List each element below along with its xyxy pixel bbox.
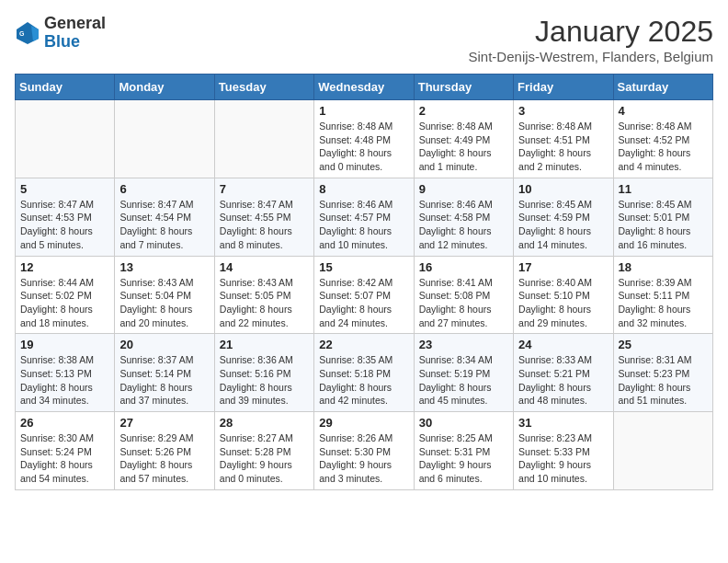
calendar-week-3: 12Sunrise: 8:44 AMSunset: 5:02 PMDayligh… [16,256,713,334]
day-number: 24 [518,338,608,351]
calendar-cell: 5Sunrise: 8:47 AMSunset: 4:53 PMDaylight… [16,178,115,256]
day-number: 1 [319,104,408,118]
day-number: 6 [119,182,209,196]
calendar-cell: 24Sunrise: 8:33 AMSunset: 5:21 PMDayligh… [514,334,613,412]
day-info: Sunrise: 8:43 AMSunset: 5:05 PMDaylight:… [220,276,309,330]
calendar-cell: 30Sunrise: 8:25 AMSunset: 5:31 PMDayligh… [414,412,513,490]
location-title: Sint-Denijs-Westrem, Flanders, Belgium [469,49,713,64]
day-info: Sunrise: 8:23 AMSunset: 5:33 PMDaylight:… [518,431,608,486]
day-number: 3 [518,104,608,118]
day-number: 28 [220,416,309,430]
calendar-cell: 4Sunrise: 8:48 AMSunset: 4:52 PMDaylight… [613,100,712,178]
day-number: 2 [419,104,508,118]
calendar-cell: 10Sunrise: 8:45 AMSunset: 4:59 PMDayligh… [514,178,613,256]
calendar-cell: 23Sunrise: 8:34 AMSunset: 5:19 PMDayligh… [414,334,513,412]
day-number: 13 [119,260,209,274]
calendar-cell: 14Sunrise: 8:43 AMSunset: 5:05 PMDayligh… [214,256,313,334]
calendar-cell: 8Sunrise: 8:46 AMSunset: 4:57 PMDaylight… [314,178,414,256]
logo-icon: G [15,20,40,46]
calendar-cell [16,100,115,178]
day-info: Sunrise: 8:31 AMSunset: 5:23 PMDaylight:… [619,353,708,408]
calendar-cell: 7Sunrise: 8:47 AMSunset: 4:55 PMDaylight… [214,178,313,256]
day-number: 19 [20,338,109,351]
day-info: Sunrise: 8:45 AMSunset: 5:01 PMDaylight:… [619,198,708,252]
day-info: Sunrise: 8:29 AMSunset: 5:26 PMDaylight:… [119,431,209,486]
calendar-week-2: 5Sunrise: 8:47 AMSunset: 4:53 PMDaylight… [16,178,713,256]
day-info: Sunrise: 8:43 AMSunset: 5:04 PMDaylight:… [119,276,209,330]
day-number: 20 [119,338,209,351]
calendar-cell: 25Sunrise: 8:31 AMSunset: 5:23 PMDayligh… [613,334,712,412]
title-block: January 2025 Sint-Denijs-Westrem, Flande… [469,15,713,64]
svg-text:G: G [19,30,25,37]
day-info: Sunrise: 8:47 AMSunset: 4:54 PMDaylight:… [119,198,209,252]
day-info: Sunrise: 8:48 AMSunset: 4:48 PMDaylight:… [319,120,408,174]
calendar-week-4: 19Sunrise: 8:38 AMSunset: 5:13 PMDayligh… [16,334,713,412]
logo-text: General Blue [44,15,106,52]
calendar-cell: 11Sunrise: 8:45 AMSunset: 5:01 PMDayligh… [613,178,712,256]
day-number: 7 [220,182,309,196]
day-info: Sunrise: 8:41 AMSunset: 5:08 PMDaylight:… [419,276,508,330]
calendar-cell: 31Sunrise: 8:23 AMSunset: 5:33 PMDayligh… [514,412,613,490]
weekday-header-friday: Friday [514,75,613,100]
weekday-header-sunday: Sunday [16,75,115,100]
day-number: 16 [419,260,508,274]
calendar-cell: 18Sunrise: 8:39 AMSunset: 5:11 PMDayligh… [613,256,712,334]
day-number: 26 [20,416,109,430]
day-info: Sunrise: 8:38 AMSunset: 5:13 PMDaylight:… [20,353,109,408]
day-info: Sunrise: 8:48 AMSunset: 4:51 PMDaylight:… [518,120,608,174]
calendar-cell: 21Sunrise: 8:36 AMSunset: 5:16 PMDayligh… [214,334,313,412]
calendar-cell: 9Sunrise: 8:46 AMSunset: 4:58 PMDaylight… [414,178,513,256]
day-info: Sunrise: 8:36 AMSunset: 5:16 PMDaylight:… [220,353,309,408]
day-number: 22 [319,338,408,351]
day-number: 12 [20,260,109,274]
day-info: Sunrise: 8:34 AMSunset: 5:19 PMDaylight:… [419,353,508,408]
day-info: Sunrise: 8:48 AMSunset: 4:52 PMDaylight:… [619,120,708,174]
calendar-cell: 28Sunrise: 8:27 AMSunset: 5:28 PMDayligh… [214,412,313,490]
calendar-week-1: 1Sunrise: 8:48 AMSunset: 4:48 PMDaylight… [16,100,713,178]
weekday-header-wednesday: Wednesday [314,75,414,100]
calendar-cell: 27Sunrise: 8:29 AMSunset: 5:26 PMDayligh… [115,412,214,490]
calendar-table: SundayMondayTuesdayWednesdayThursdayFrid… [15,74,713,490]
day-info: Sunrise: 8:45 AMSunset: 4:59 PMDaylight:… [518,198,608,252]
calendar-cell: 1Sunrise: 8:48 AMSunset: 4:48 PMDaylight… [314,100,414,178]
day-number: 9 [419,182,508,196]
day-number: 23 [419,338,508,351]
calendar-cell [115,100,214,178]
day-info: Sunrise: 8:42 AMSunset: 5:07 PMDaylight:… [319,276,408,330]
day-number: 14 [220,260,309,274]
calendar-cell: 19Sunrise: 8:38 AMSunset: 5:13 PMDayligh… [16,334,115,412]
day-info: Sunrise: 8:30 AMSunset: 5:24 PMDaylight:… [20,431,109,486]
day-info: Sunrise: 8:44 AMSunset: 5:02 PMDaylight:… [20,276,109,330]
calendar-week-5: 26Sunrise: 8:30 AMSunset: 5:24 PMDayligh… [16,412,713,490]
day-info: Sunrise: 8:37 AMSunset: 5:14 PMDaylight:… [119,353,209,408]
calendar-cell: 13Sunrise: 8:43 AMSunset: 5:04 PMDayligh… [115,256,214,334]
calendar-cell [214,100,313,178]
calendar-cell: 15Sunrise: 8:42 AMSunset: 5:07 PMDayligh… [314,256,414,334]
day-info: Sunrise: 8:33 AMSunset: 5:21 PMDaylight:… [518,353,608,408]
calendar-cell: 26Sunrise: 8:30 AMSunset: 5:24 PMDayligh… [16,412,115,490]
calendar-cell [613,412,712,490]
day-number: 31 [518,416,608,430]
day-number: 11 [619,182,708,196]
day-number: 5 [20,182,109,196]
calendar-cell: 22Sunrise: 8:35 AMSunset: 5:18 PMDayligh… [314,334,414,412]
calendar-cell: 29Sunrise: 8:26 AMSunset: 5:30 PMDayligh… [314,412,414,490]
day-info: Sunrise: 8:48 AMSunset: 4:49 PMDaylight:… [419,120,508,174]
day-number: 17 [518,260,608,274]
day-info: Sunrise: 8:26 AMSunset: 5:30 PMDaylight:… [319,431,408,486]
day-number: 10 [518,182,608,196]
day-info: Sunrise: 8:40 AMSunset: 5:10 PMDaylight:… [518,276,608,330]
weekday-header-saturday: Saturday [613,75,712,100]
day-info: Sunrise: 8:46 AMSunset: 4:58 PMDaylight:… [419,198,508,252]
logo: G General Blue [15,15,106,52]
day-info: Sunrise: 8:27 AMSunset: 5:28 PMDaylight:… [220,431,309,486]
month-title: January 2025 [469,15,713,49]
calendar-cell: 12Sunrise: 8:44 AMSunset: 5:02 PMDayligh… [16,256,115,334]
day-info: Sunrise: 8:39 AMSunset: 5:11 PMDaylight:… [619,276,708,330]
calendar-cell: 16Sunrise: 8:41 AMSunset: 5:08 PMDayligh… [414,256,513,334]
calendar-cell: 2Sunrise: 8:48 AMSunset: 4:49 PMDaylight… [414,100,513,178]
calendar-cell: 17Sunrise: 8:40 AMSunset: 5:10 PMDayligh… [514,256,613,334]
day-number: 15 [319,260,408,274]
weekday-header-monday: Monday [115,75,214,100]
day-info: Sunrise: 8:46 AMSunset: 4:57 PMDaylight:… [319,198,408,252]
